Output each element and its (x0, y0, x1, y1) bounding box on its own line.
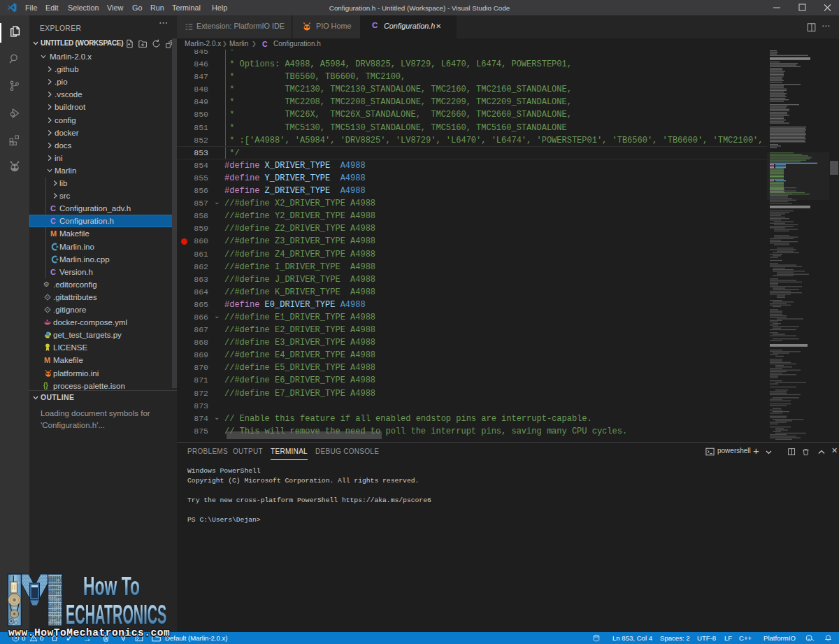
svg-text:1101111: 1101111 (48, 622, 63, 626)
